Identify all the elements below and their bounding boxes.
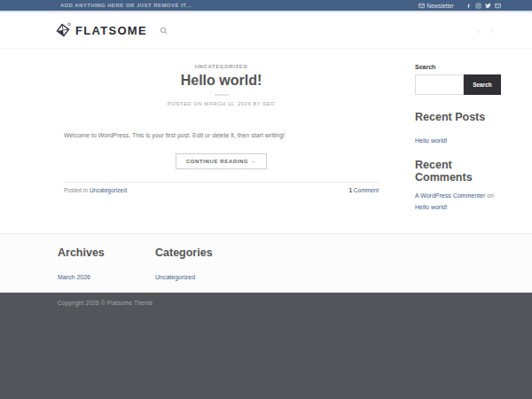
commenter-link[interactable]: A WordPress Commenter bbox=[415, 192, 485, 199]
logo-text: FLATSOME bbox=[75, 24, 147, 37]
envelope-icon bbox=[419, 3, 425, 9]
diamond-logo-icon bbox=[55, 22, 71, 38]
header-arrows: ‹ › bbox=[477, 26, 501, 35]
facebook-icon[interactable] bbox=[466, 3, 472, 9]
sidebar: Search Search Recent Posts Hello world! … bbox=[415, 64, 501, 233]
absolute-footer: Copyright 2026 © Flatsome Theme bbox=[0, 293, 532, 399]
recent-comments-title: Recent Comments bbox=[415, 159, 501, 184]
comment-label: Comment bbox=[352, 187, 379, 193]
blog-post-column: UNCATEGORIZED Hello world! POSTED ON MAR… bbox=[53, 64, 389, 233]
posted-in: Posted in Uncategorized bbox=[64, 187, 127, 193]
comments-link[interactable]: 1 Comment bbox=[348, 187, 379, 193]
chevron-left-icon[interactable]: ‹ bbox=[477, 26, 481, 35]
posted-in-category-link[interactable]: Uncategorized bbox=[90, 187, 127, 193]
archives-title: Archives bbox=[58, 246, 155, 259]
posted-in-label: Posted in bbox=[64, 187, 90, 193]
post-date-line: POSTED ON MARCH 11, 2026 BY SEO bbox=[64, 101, 379, 106]
recent-posts-title: Recent Posts bbox=[415, 111, 501, 123]
copyright-text: Copyright 2026 © Flatsome Theme bbox=[58, 300, 501, 306]
topbar: ADD ANYTHING HERE OR JUST REMOVE IT... N… bbox=[0, 0, 532, 12]
on-label: on bbox=[487, 192, 494, 199]
sidebar-search-input[interactable] bbox=[415, 74, 464, 95]
continue-reading-button[interactable]: CONTINUE READING → bbox=[176, 153, 267, 169]
post-meta-row: Posted in Uncategorized 1 Comment bbox=[64, 182, 379, 193]
recent-post-link[interactable]: Hello world! bbox=[415, 136, 448, 145]
sidebar-search-button[interactable]: Search bbox=[464, 74, 501, 95]
chevron-right-icon[interactable]: › bbox=[490, 26, 494, 35]
newsletter-link[interactable]: Newsletter bbox=[419, 3, 454, 9]
sidebar-search-form: Search bbox=[415, 74, 501, 95]
search-icon[interactable] bbox=[160, 27, 168, 35]
categories-widget: Categories Uncategorized bbox=[155, 246, 253, 293]
instagram-icon[interactable] bbox=[475, 3, 481, 9]
post-title[interactable]: Hello world! bbox=[64, 73, 379, 89]
topbar-right: Newsletter bbox=[419, 3, 501, 9]
topbar-message: ADD ANYTHING HERE OR JUST REMOVE IT... bbox=[60, 3, 192, 8]
social-icons bbox=[466, 3, 501, 9]
archive-link[interactable]: March 2026 bbox=[58, 274, 90, 280]
recent-comment-item: A WordPress Commenter on Hello world! bbox=[415, 191, 501, 214]
site-header: FLATSOME ‹ › bbox=[0, 12, 532, 49]
commented-post-link[interactable]: Hello world! bbox=[415, 204, 448, 210]
newsletter-label: Newsletter bbox=[426, 3, 454, 9]
archives-widget: Archives March 2026 bbox=[58, 246, 155, 293]
sidebar-search-title: Search bbox=[415, 64, 501, 70]
title-divider bbox=[215, 94, 229, 96]
footer-widgets: Archives March 2026 Categories Uncategor… bbox=[0, 233, 532, 293]
post-excerpt: Welcome to WordPress. This is your first… bbox=[64, 131, 379, 141]
continue-wrap: CONTINUE READING → bbox=[64, 151, 379, 169]
flatsome-logo[interactable]: FLATSOME bbox=[55, 22, 147, 38]
page-content: UNCATEGORIZED Hello world! POSTED ON MAR… bbox=[0, 49, 532, 233]
categories-title: Categories bbox=[155, 246, 253, 259]
category-link[interactable]: Uncategorized bbox=[155, 274, 195, 280]
post-category-link[interactable]: UNCATEGORIZED bbox=[64, 64, 379, 69]
email-icon[interactable] bbox=[495, 3, 501, 9]
article-header: UNCATEGORIZED Hello world! POSTED ON MAR… bbox=[64, 64, 379, 106]
twitter-icon[interactable] bbox=[485, 3, 491, 9]
